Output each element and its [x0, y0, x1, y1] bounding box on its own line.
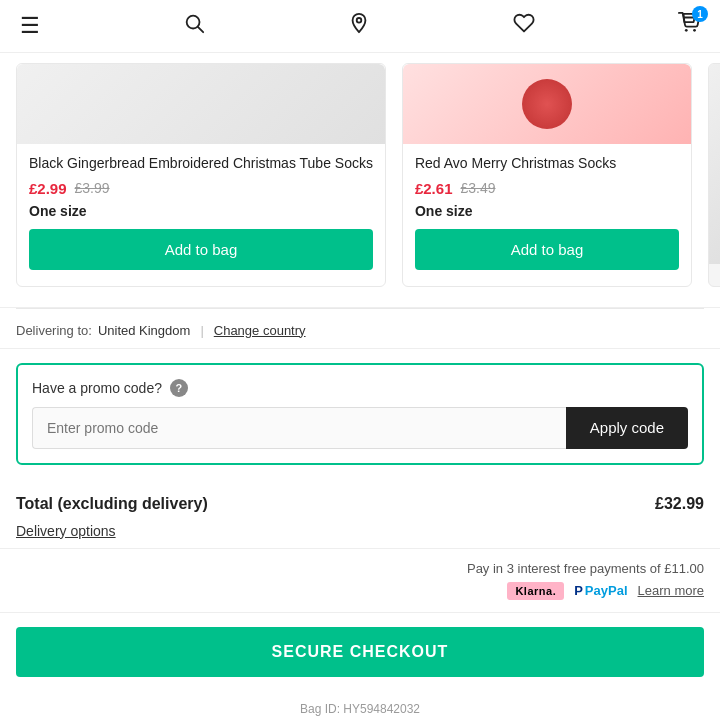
change-country-link[interactable]: Change country [214, 323, 306, 338]
price-original-2: £3.49 [460, 180, 495, 196]
product-card-body-1: Black Gingerbread Embroidered Christmas … [17, 144, 385, 270]
checkout-section: SECURE CHECKOUT [0, 613, 720, 691]
price-original-1: £3.99 [75, 180, 110, 196]
price-sale-2: £2.61 [415, 180, 453, 197]
price-sale-1: £2.99 [29, 180, 67, 197]
add-to-bag-button-1[interactable]: Add to bag [29, 229, 373, 270]
total-section: Total (excluding delivery) £32.99 Delive… [0, 479, 720, 549]
svg-line-1 [198, 27, 203, 32]
wishlist-icon[interactable] [513, 12, 535, 40]
product-name-1: Black Gingerbread Embroidered Christmas … [29, 154, 373, 174]
paypal-badge: P PayPal [574, 583, 627, 598]
total-value: £32.99 [655, 495, 704, 513]
promo-label: Have a promo code? [32, 380, 162, 396]
product-image-1 [17, 64, 385, 144]
product-card-body-2: Red Avo Merry Christmas Socks £2.61 £3.4… [403, 144, 691, 270]
products-row: Black Gingerbread Embroidered Christmas … [0, 53, 720, 308]
paypal-p-icon: P [574, 583, 583, 598]
delivery-separator: | [200, 323, 203, 338]
total-label: Total (excluding delivery) [16, 495, 208, 513]
search-icon[interactable] [183, 12, 205, 40]
svg-point-2 [357, 18, 362, 23]
product-card-2: Red Avo Merry Christmas Socks £2.61 £3.4… [402, 63, 692, 287]
location-icon[interactable] [348, 12, 370, 40]
payment-info-section: Pay in 3 interest free payments of £11.0… [0, 549, 720, 613]
size-label-2: One size [415, 203, 679, 219]
payment-logos-row: Klarna. P PayPal Learn more [507, 582, 704, 600]
delivering-to-label: Delivering to: [16, 323, 92, 338]
price-row-2: £2.61 £3.49 [415, 180, 679, 197]
product-name-2: Red Avo Merry Christmas Socks [415, 154, 679, 174]
bag-id-text: Bag ID: HY594842032 [300, 702, 420, 716]
total-row: Total (excluding delivery) £32.99 [16, 495, 704, 513]
promo-help-icon[interactable]: ? [170, 379, 188, 397]
promo-input-row: Apply code [32, 407, 688, 449]
product-card-3-partial [708, 63, 720, 287]
paypal-text: PayPal [585, 583, 628, 598]
header: ☰ 1 [0, 0, 720, 53]
promo-section: Have a promo code? ? Apply code [16, 363, 704, 465]
price-row-1: £2.99 £3.99 [29, 180, 373, 197]
product-image-2 [403, 64, 691, 144]
delivery-section: Delivering to: United Kingdom | Change c… [0, 309, 720, 349]
delivery-options-link[interactable]: Delivery options [16, 523, 116, 539]
klarna-badge: Klarna. [507, 582, 564, 600]
add-to-bag-button-2[interactable]: Add to bag [415, 229, 679, 270]
size-label-1: One size [29, 203, 373, 219]
promo-code-input[interactable] [32, 407, 566, 449]
apply-code-button[interactable]: Apply code [566, 407, 688, 449]
svg-point-5 [693, 29, 696, 32]
bag-id-section: Bag ID: HY594842032 [0, 691, 720, 720]
cart-count-badge: 1 [692, 6, 708, 22]
cart-icon[interactable]: 1 [678, 12, 700, 40]
learn-more-link[interactable]: Learn more [638, 583, 704, 598]
promo-label-row: Have a promo code? ? [32, 379, 688, 397]
menu-icon[interactable]: ☰ [20, 13, 40, 39]
delivery-country: United Kingdom [98, 323, 191, 338]
svg-point-4 [685, 29, 688, 32]
secure-checkout-button[interactable]: SECURE CHECKOUT [16, 627, 704, 677]
product-card-1: Black Gingerbread Embroidered Christmas … [16, 63, 386, 287]
payment-info-text: Pay in 3 interest free payments of £11.0… [467, 561, 704, 576]
